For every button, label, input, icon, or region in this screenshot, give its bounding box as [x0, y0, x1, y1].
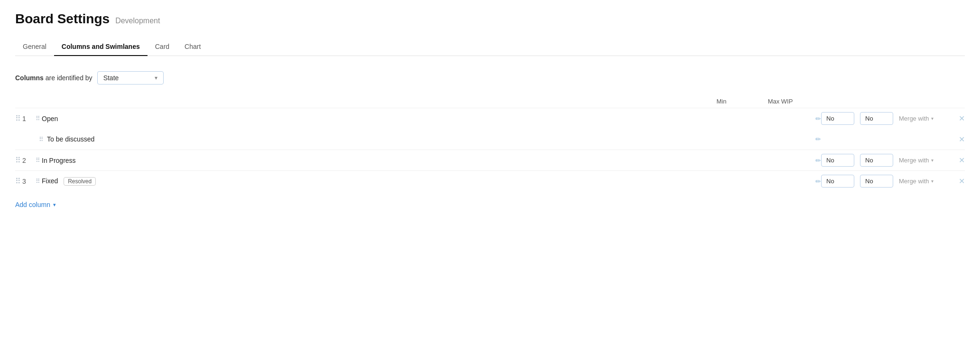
tabs-bar: General Columns and Swimlanes Card Chart — [15, 38, 965, 56]
sub-drag-handle-icon[interactable]: ⠿ — [39, 136, 43, 143]
tab-chart[interactable]: Chart — [177, 38, 208, 56]
merge-with-select[interactable]: Merge with ▾ — [899, 157, 951, 164]
min-input[interactable] — [821, 112, 854, 125]
identifier-select[interactable]: State ▾ — [97, 71, 164, 85]
tab-general[interactable]: General — [15, 38, 54, 56]
row-right-controls: Merge with ▾ ✕ — [821, 175, 965, 188]
column-badge: Resolved — [64, 177, 96, 186]
table-row: ⠿ 3 ⠿ Fixed Resolved ✏ Merge with ▾ ✕ — [15, 170, 965, 191]
delete-icon[interactable]: ✕ — [959, 156, 965, 165]
chevron-down-icon: ▾ — [155, 75, 157, 81]
page-header: Board Settings Development — [15, 11, 965, 27]
merge-with-select[interactable]: Merge with ▾ — [899, 178, 951, 185]
merge-chevron-icon: ▾ — [931, 158, 934, 163]
merge-with-label: Merge with — [899, 115, 929, 122]
min-input[interactable] — [821, 154, 854, 167]
row-right-controls: Merge with ▾ ✕ — [821, 154, 965, 167]
page-subtitle: Development — [115, 17, 160, 25]
edit-icon[interactable]: ✏ — [815, 178, 821, 185]
min-header: Min — [705, 98, 738, 105]
edit-icon[interactable]: ✏ — [815, 135, 821, 143]
merge-with-select[interactable]: Merge with ▾ — [899, 115, 951, 122]
delete-icon[interactable]: ✕ — [959, 135, 965, 144]
column-number: 2 — [22, 157, 32, 164]
max-wip-input[interactable] — [860, 154, 893, 167]
column-name: To be discussed — [47, 135, 812, 143]
merge-chevron-icon: ▾ — [931, 179, 934, 184]
merge-with-label: Merge with — [899, 157, 929, 164]
row-right-controls: ✕ — [821, 135, 965, 144]
chevron-down-icon: ▾ — [53, 202, 56, 208]
max-wip-input[interactable] — [860, 112, 893, 125]
drag-sub-handle-icon[interactable]: ⠿ — [36, 178, 40, 185]
drag-handle-icon[interactable]: ⠿ — [15, 177, 20, 186]
columns-label-suffix: are identified by — [46, 74, 92, 82]
add-column-button[interactable]: Add column ▾ — [15, 199, 56, 210]
columns-table: ⠿ 1 ⠿ Open ✏ Merge with ▾ ✕ ⠿ To be disc… — [15, 108, 965, 191]
columns-identifier-row: Columns are identified by State ▾ — [15, 71, 965, 85]
column-name: In Progress — [42, 157, 812, 164]
delete-icon[interactable]: ✕ — [959, 114, 965, 123]
table-row: ⠿ 1 ⠿ Open ✏ Merge with ▾ ✕ — [15, 108, 965, 129]
tab-columns-swimlanes[interactable]: Columns and Swimlanes — [54, 38, 148, 56]
edit-icon[interactable]: ✏ — [815, 157, 821, 164]
column-number: 1 — [22, 115, 32, 122]
max-wip-input[interactable] — [860, 175, 893, 188]
identifier-select-value: State — [103, 74, 119, 82]
table-headers: Min Max WIP — [15, 98, 965, 105]
min-input[interactable] — [821, 175, 854, 188]
drag-handle-icon[interactable]: ⠿ — [15, 114, 20, 123]
columns-label: Columns are identified by — [15, 74, 92, 82]
column-number: 3 — [22, 178, 32, 185]
page-title: Board Settings — [15, 11, 110, 27]
drag-sub-handle-icon[interactable]: ⠿ — [36, 115, 40, 122]
column-name: Open — [42, 115, 812, 122]
add-column-label: Add column — [15, 201, 50, 208]
drag-handle-icon[interactable]: ⠿ — [15, 156, 20, 165]
drag-sub-handle-icon[interactable]: ⠿ — [36, 157, 40, 164]
column-name: Fixed Resolved — [42, 177, 812, 186]
merge-with-label: Merge with — [899, 178, 929, 185]
merge-chevron-icon: ▾ — [931, 116, 934, 121]
tab-card[interactable]: Card — [148, 38, 177, 56]
delete-icon[interactable]: ✕ — [959, 177, 965, 186]
max-wip-header: Max WIP — [764, 98, 797, 105]
table-row: ⠿ 2 ⠿ In Progress ✏ Merge with ▾ ✕ — [15, 150, 965, 170]
row-right-controls: Merge with ▾ ✕ — [821, 112, 965, 125]
edit-icon[interactable]: ✏ — [815, 115, 821, 122]
table-row: ⠿ To be discussed ✏ ✕ — [15, 129, 965, 150]
